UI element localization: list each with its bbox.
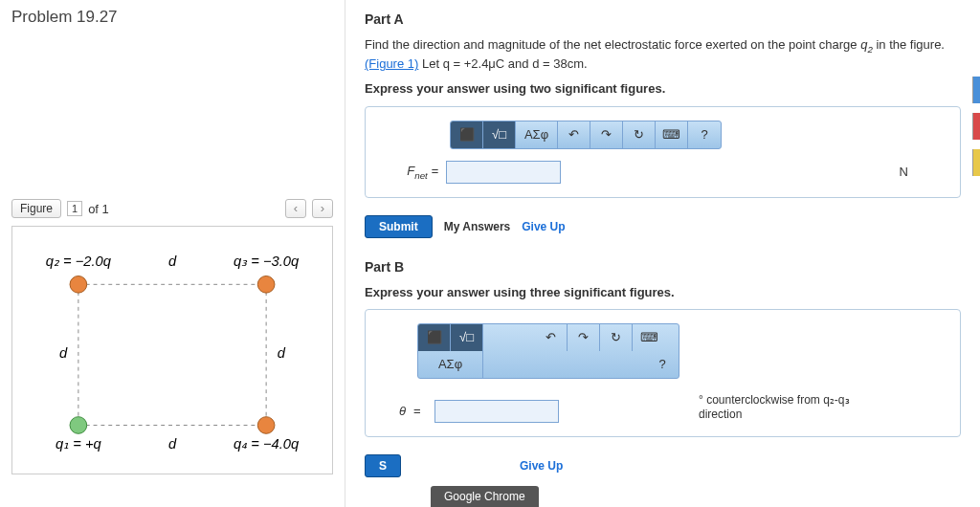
svg-text:q₂ = −2.0q: q₂ = −2.0q	[46, 254, 112, 269]
svg-point-6	[70, 417, 87, 434]
part-a-title: Part A	[365, 11, 961, 27]
part-a-answer-box: ⬛ √□ ΑΣφ ↶ ↷ ↻ ⌨ ? Fnet = N	[365, 106, 961, 198]
equation-toolbar-a: ⬛ √□ ΑΣφ ↶ ↷ ↻ ⌨ ?	[450, 121, 722, 149]
submit-button-b[interactable]: S	[365, 454, 401, 477]
svg-point-7	[257, 417, 275, 434]
figure-panel: q₂ = −2.0q q₃ = −3.0q q₁ = +q q₄ = −4.0q…	[11, 226, 333, 474]
redo-icon[interactable]: ↷	[590, 121, 623, 148]
greek-tool-icon[interactable]: ΑΣφ	[516, 121, 558, 148]
figure-nav: Figure 1 of 1 ‹ ›	[11, 199, 333, 218]
svg-text:d: d	[168, 436, 177, 452]
figure-button[interactable]: Figure	[11, 199, 61, 218]
taskbar-chrome[interactable]: Google Chrome	[431, 486, 539, 507]
theta-label: θ	[389, 404, 406, 418]
figure-selector[interactable]: 1	[67, 201, 82, 216]
part-b-answer-box: ⬛ √□ ↶ ↷ ↻ ⌨ ΑΣφ ?	[365, 309, 961, 437]
figure-svg: q₂ = −2.0q q₃ = −3.0q q₁ = +q q₄ = −4.0q…	[22, 236, 323, 464]
figure-next[interactable]: ›	[312, 199, 333, 218]
fnet-unit: N	[900, 165, 908, 179]
eq-label: =	[413, 404, 427, 418]
redo-icon-b[interactable]: ↷	[568, 324, 600, 351]
svg-text:d: d	[168, 254, 177, 269]
figure-of: of 1	[88, 202, 109, 216]
svg-point-5	[257, 276, 275, 293]
svg-text:q₄ = −4.0q: q₄ = −4.0q	[234, 436, 300, 452]
side-tabs	[972, 77, 980, 186]
side-tab-1[interactable]	[972, 77, 980, 103]
submit-button-a[interactable]: Submit	[365, 215, 433, 238]
keyboard-icon-b[interactable]: ⌨	[633, 324, 665, 351]
part-a-submit-row: Submit My Answers Give Up	[365, 215, 961, 238]
svg-text:q₃ = −3.0q: q₃ = −3.0q	[234, 254, 300, 269]
keyboard-icon[interactable]: ⌨	[656, 121, 688, 148]
select-tool-icon-b[interactable]: ⬛	[418, 324, 451, 351]
part-b-express: Express your answer using three signific…	[365, 284, 961, 301]
svg-text:d: d	[278, 345, 286, 361]
giveup-link-b[interactable]: Give Up	[520, 459, 563, 473]
help-icon-b[interactable]: ?	[646, 351, 679, 378]
figure-prev[interactable]: ‹	[285, 199, 306, 218]
giveup-link-a[interactable]: Give Up	[522, 220, 565, 233]
theta-input[interactable]	[434, 400, 559, 423]
template-tool-icon-b[interactable]: √□	[451, 324, 483, 351]
help-icon[interactable]: ?	[688, 121, 721, 148]
select-tool-icon[interactable]: ⬛	[451, 121, 483, 148]
side-tab-2[interactable]	[972, 113, 980, 140]
svg-text:q₁ = +q: q₁ = +q	[56, 436, 102, 452]
part-b-title: Part B	[365, 259, 961, 275]
part-a-express: Express your answer using two significan…	[365, 80, 961, 98]
undo-icon[interactable]: ↶	[558, 121, 590, 148]
reset-icon[interactable]: ↻	[623, 121, 656, 148]
theta-unit: ° counterclockwise from q₂-q₃ direction	[699, 393, 850, 423]
side-tab-3[interactable]	[972, 149, 980, 176]
fnet-label: Fnet =	[389, 164, 438, 181]
problem-title: Problem 19.27	[11, 8, 333, 27]
undo-icon-b[interactable]: ↶	[535, 324, 568, 351]
greek-tool-icon-b[interactable]: ΑΣφ	[418, 351, 483, 378]
part-a-prompt: Find the direction and magnitude of the …	[365, 36, 961, 73]
my-answers-link[interactable]: My Answers	[444, 220, 511, 233]
svg-point-4	[70, 276, 87, 293]
template-tool-icon[interactable]: √□	[483, 121, 516, 148]
part-b-submit-row: S Give Up	[365, 454, 961, 477]
fnet-input[interactable]	[446, 161, 561, 184]
svg-text:d: d	[59, 345, 68, 361]
reset-icon-b[interactable]: ↻	[600, 324, 633, 351]
figure-link[interactable]: (Figure 1)	[365, 56, 418, 71]
